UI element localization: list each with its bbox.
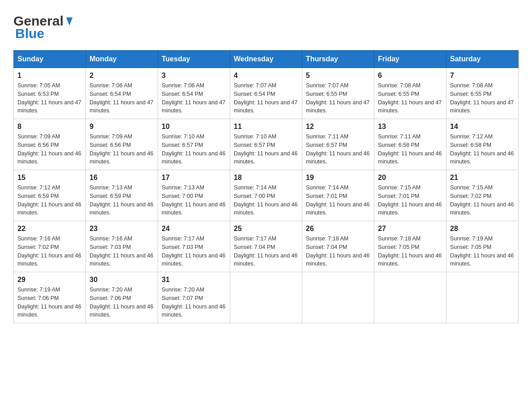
day-info: Sunrise: 7:10 AM Sunset: 6:57 PM Dayligh… [162, 133, 226, 166]
day-info: Sunrise: 7:17 AM Sunset: 7:03 PM Dayligh… [162, 235, 226, 268]
day-number: 14 [450, 123, 515, 131]
day-info: Sunrise: 7:19 AM Sunset: 7:05 PM Dayligh… [450, 235, 515, 268]
day-number: 4 [234, 72, 298, 80]
day-number: 20 [378, 174, 442, 182]
calendar-cell: 12 Sunrise: 7:11 AM Sunset: 6:57 PM Dayl… [302, 119, 374, 170]
calendar-header-row: SundayMondayTuesdayWednesdayThursdayFrid… [14, 51, 519, 68]
calendar-cell: 24 Sunrise: 7:17 AM Sunset: 7:03 PM Dayl… [158, 221, 230, 272]
day-number: 26 [306, 225, 370, 233]
day-number: 25 [234, 225, 298, 233]
day-number: 2 [90, 72, 154, 80]
day-info: Sunrise: 7:09 AM Sunset: 6:56 PM Dayligh… [90, 133, 154, 166]
calendar-cell [302, 272, 374, 323]
day-info: Sunrise: 7:11 AM Sunset: 6:57 PM Dayligh… [306, 133, 370, 166]
day-info: Sunrise: 7:05 AM Sunset: 6:53 PM Dayligh… [17, 81, 82, 115]
column-header-friday: Friday [374, 51, 446, 68]
svg-marker-0 [66, 17, 73, 26]
day-number: 13 [378, 123, 442, 131]
calendar-cell [230, 272, 302, 323]
day-number: 7 [450, 72, 515, 80]
day-number: 21 [450, 174, 515, 182]
calendar-cell: 27 Sunrise: 7:18 AM Sunset: 7:05 PM Dayl… [374, 221, 446, 272]
day-number: 8 [17, 123, 82, 131]
column-header-tuesday: Tuesday [158, 51, 230, 68]
page-header: General Blue [13, 13, 519, 41]
day-number: 1 [17, 72, 82, 80]
day-info: Sunrise: 7:16 AM Sunset: 7:03 PM Dayligh… [90, 235, 154, 268]
calendar-cell: 30 Sunrise: 7:20 AM Sunset: 7:06 PM Dayl… [86, 272, 158, 323]
day-number: 30 [90, 276, 154, 284]
day-info: Sunrise: 7:20 AM Sunset: 7:07 PM Dayligh… [162, 286, 226, 319]
day-number: 10 [162, 123, 226, 131]
calendar-cell: 14 Sunrise: 7:12 AM Sunset: 6:58 PM Dayl… [446, 119, 519, 170]
calendar-cell: 19 Sunrise: 7:14 AM Sunset: 7:01 PM Dayl… [302, 170, 374, 221]
logo-arrow-icon [64, 17, 74, 26]
calendar-cell: 10 Sunrise: 7:10 AM Sunset: 6:57 PM Dayl… [158, 119, 230, 170]
day-number: 23 [90, 225, 154, 233]
calendar-cell: 23 Sunrise: 7:16 AM Sunset: 7:03 PM Dayl… [86, 221, 158, 272]
calendar-cell: 22 Sunrise: 7:16 AM Sunset: 7:02 PM Dayl… [14, 221, 86, 272]
day-number: 31 [162, 276, 226, 284]
day-number: 15 [17, 174, 82, 182]
calendar-cell: 4 Sunrise: 7:07 AM Sunset: 6:54 PM Dayli… [230, 68, 302, 119]
day-number: 29 [17, 276, 82, 284]
day-info: Sunrise: 7:08 AM Sunset: 6:55 PM Dayligh… [450, 81, 515, 115]
day-number: 9 [90, 123, 154, 131]
calendar-cell: 2 Sunrise: 7:06 AM Sunset: 6:54 PM Dayli… [86, 68, 158, 119]
day-info: Sunrise: 7:14 AM Sunset: 7:01 PM Dayligh… [306, 184, 370, 217]
calendar-cell: 1 Sunrise: 7:05 AM Sunset: 6:53 PM Dayli… [14, 68, 86, 119]
calendar-week-row: 29 Sunrise: 7:19 AM Sunset: 7:06 PM Dayl… [14, 272, 519, 323]
column-header-wednesday: Wednesday [230, 51, 302, 68]
calendar-cell: 8 Sunrise: 7:09 AM Sunset: 6:56 PM Dayli… [14, 119, 86, 170]
day-info: Sunrise: 7:20 AM Sunset: 7:06 PM Dayligh… [90, 286, 154, 319]
calendar-cell: 15 Sunrise: 7:12 AM Sunset: 6:59 PM Dayl… [14, 170, 86, 221]
calendar-cell: 7 Sunrise: 7:08 AM Sunset: 6:55 PM Dayli… [446, 68, 519, 119]
calendar-week-row: 1 Sunrise: 7:05 AM Sunset: 6:53 PM Dayli… [14, 68, 519, 119]
calendar-cell: 5 Sunrise: 7:07 AM Sunset: 6:55 PM Dayli… [302, 68, 374, 119]
day-number: 27 [378, 225, 442, 233]
calendar-cell: 18 Sunrise: 7:14 AM Sunset: 7:00 PM Dayl… [230, 170, 302, 221]
column-header-thursday: Thursday [302, 51, 374, 68]
day-info: Sunrise: 7:07 AM Sunset: 6:54 PM Dayligh… [234, 81, 298, 115]
day-info: Sunrise: 7:18 AM Sunset: 7:04 PM Dayligh… [306, 235, 370, 268]
day-number: 11 [234, 123, 298, 131]
day-info: Sunrise: 7:12 AM Sunset: 6:59 PM Dayligh… [17, 184, 82, 217]
day-info: Sunrise: 7:14 AM Sunset: 7:00 PM Dayligh… [234, 184, 298, 217]
day-number: 18 [234, 174, 298, 182]
calendar-cell: 26 Sunrise: 7:18 AM Sunset: 7:04 PM Dayl… [302, 221, 374, 272]
day-number: 19 [306, 174, 370, 182]
day-number: 16 [90, 174, 154, 182]
calendar-cell [446, 272, 519, 323]
day-info: Sunrise: 7:15 AM Sunset: 7:01 PM Dayligh… [378, 184, 442, 217]
calendar-cell: 31 Sunrise: 7:20 AM Sunset: 7:07 PM Dayl… [158, 272, 230, 323]
day-number: 22 [17, 225, 82, 233]
day-info: Sunrise: 7:13 AM Sunset: 7:00 PM Dayligh… [162, 184, 226, 217]
day-number: 5 [306, 72, 370, 80]
calendar-week-row: 22 Sunrise: 7:16 AM Sunset: 7:02 PM Dayl… [14, 221, 519, 272]
calendar-cell: 29 Sunrise: 7:19 AM Sunset: 7:06 PM Dayl… [14, 272, 86, 323]
logo-blue-text: Blue [15, 26, 44, 41]
day-info: Sunrise: 7:08 AM Sunset: 6:55 PM Dayligh… [378, 81, 442, 115]
calendar-table: SundayMondayTuesdayWednesdayThursdayFrid… [13, 50, 519, 323]
calendar-cell: 17 Sunrise: 7:13 AM Sunset: 7:00 PM Dayl… [158, 170, 230, 221]
calendar-week-row: 15 Sunrise: 7:12 AM Sunset: 6:59 PM Dayl… [14, 170, 519, 221]
day-number: 3 [162, 72, 226, 80]
day-number: 28 [450, 225, 515, 233]
day-info: Sunrise: 7:06 AM Sunset: 6:54 PM Dayligh… [90, 81, 154, 115]
calendar-cell: 9 Sunrise: 7:09 AM Sunset: 6:56 PM Dayli… [86, 119, 158, 170]
column-header-sunday: Sunday [14, 51, 86, 68]
day-info: Sunrise: 7:09 AM Sunset: 6:56 PM Dayligh… [17, 133, 82, 166]
day-info: Sunrise: 7:19 AM Sunset: 7:06 PM Dayligh… [17, 286, 82, 319]
logo: General Blue [13, 13, 74, 41]
day-info: Sunrise: 7:17 AM Sunset: 7:04 PM Dayligh… [234, 235, 298, 268]
day-number: 24 [162, 225, 226, 233]
day-info: Sunrise: 7:11 AM Sunset: 6:58 PM Dayligh… [378, 133, 442, 166]
calendar-cell: 25 Sunrise: 7:17 AM Sunset: 7:04 PM Dayl… [230, 221, 302, 272]
calendar-cell: 28 Sunrise: 7:19 AM Sunset: 7:05 PM Dayl… [446, 221, 519, 272]
day-info: Sunrise: 7:18 AM Sunset: 7:05 PM Dayligh… [378, 235, 442, 268]
calendar-cell: 11 Sunrise: 7:10 AM Sunset: 6:57 PM Dayl… [230, 119, 302, 170]
calendar-cell: 16 Sunrise: 7:13 AM Sunset: 6:59 PM Dayl… [86, 170, 158, 221]
calendar-cell: 13 Sunrise: 7:11 AM Sunset: 6:58 PM Dayl… [374, 119, 446, 170]
calendar-cell: 21 Sunrise: 7:15 AM Sunset: 7:02 PM Dayl… [446, 170, 519, 221]
calendar-cell: 6 Sunrise: 7:08 AM Sunset: 6:55 PM Dayli… [374, 68, 446, 119]
